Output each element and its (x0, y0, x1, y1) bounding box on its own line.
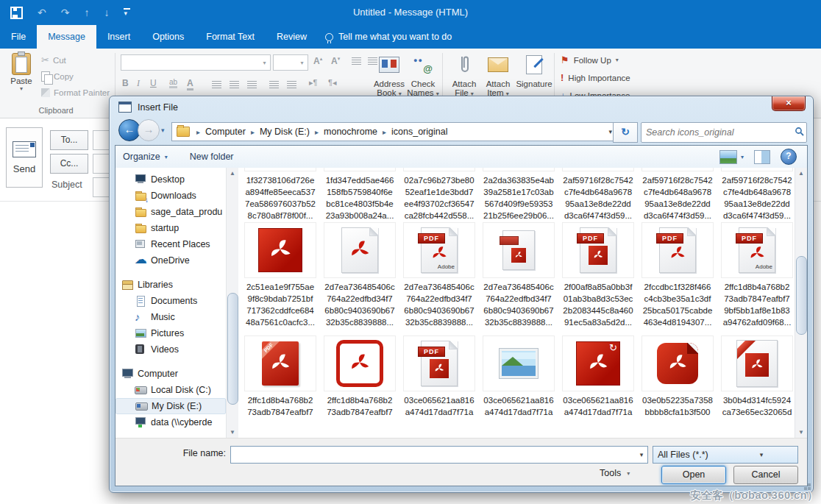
attach-file[interactable]: AttachFile ▾ (447, 52, 481, 97)
address-book[interactable]: AddressBook ▾ (372, 52, 406, 97)
file-tile[interactable]: 2af59716f28c7542c7fe4db648a967895aa13e8d… (721, 168, 793, 221)
tab-message[interactable]: Message (37, 25, 96, 49)
sidebar-item-downloads[interactable]: ↓Downloads (115, 188, 226, 204)
forward-button[interactable]: → (138, 119, 160, 141)
move-up-icon[interactable]: ↑ (84, 7, 89, 18)
attach-item[interactable]: AttachItem ▾ (481, 52, 515, 97)
cancel-button[interactable]: Cancel (733, 466, 798, 484)
italic-icon[interactable]: I (137, 78, 140, 89)
scroll-down-icon[interactable]: ▼ (227, 427, 238, 439)
to-button[interactable]: To... (50, 130, 88, 150)
increase-indent-icon[interactable] (287, 81, 296, 82)
refresh-button[interactable]: ↻ (613, 122, 638, 143)
file-tile[interactable]: PDF03ce065621aa816a474d17dad7f71a (403, 336, 475, 418)
sidebar-item-data-cyberde[interactable]: data (\\cyberde (115, 414, 226, 430)
file-name-input[interactable] (231, 447, 636, 463)
tell-me-box[interactable]: Tell me what you want to do (325, 25, 452, 49)
ltr-direction-icon[interactable]: ▸¶ (309, 78, 317, 88)
sidebar-item-music[interactable]: ♪Music (115, 309, 226, 325)
file-tile[interactable]: PDFAdobe2ffc1d8b4a768b273adb7847eafbf79b… (721, 222, 793, 328)
file-tile[interactable]: ↻03ce065621aa816a474d17dad7f71a (562, 336, 634, 418)
recent-pages-arrow-icon[interactable]: ▾ (161, 127, 165, 134)
sidebar-item-videos[interactable]: Videos (115, 341, 226, 358)
breadcrumb-item[interactable]: Computer (205, 127, 246, 137)
tools-button[interactable]: Tools▾ (600, 468, 630, 478)
file-tile[interactable]: PDF2ffc1d8b4a768b273adb7847eafbf7 (244, 336, 316, 418)
underline-icon[interactable]: U (150, 78, 157, 88)
cc-button[interactable]: Cc... (50, 154, 88, 174)
format-painter-button[interactable]: Format Painter (41, 88, 110, 97)
file-tile[interactable]: 02a7c96b273be8052eaf1e1de3bdd7ee4f93702c… (403, 168, 475, 221)
file-tile[interactable]: 1f32738106d726ea894ffe85eeca5377ea586976… (244, 168, 316, 221)
shrink-font-icon[interactable]: A▾ (331, 56, 340, 66)
new-folder-button[interactable]: New folder (182, 152, 241, 162)
open-button[interactable]: Open (661, 466, 726, 484)
file-name-dropdown-icon[interactable]: ▾ (636, 447, 647, 463)
tab-review[interactable]: Review (266, 25, 318, 49)
tab-format-text[interactable]: Format Text (195, 25, 266, 49)
file-list-scrollbar[interactable]: ▲ ▼ (795, 168, 807, 439)
file-tile[interactable]: 2c51ea1e9f755ae9f8c9bdab7251bf717362cddf… (244, 222, 316, 328)
file-type-select[interactable]: All Files (*.*) ▾ (653, 446, 798, 464)
tab-insert[interactable]: Insert (96, 25, 141, 49)
paste-dropdown-arrow[interactable]: ▾ (4, 85, 38, 92)
tab-file[interactable]: File (0, 25, 37, 49)
paste-button[interactable]: Paste ▾ (4, 52, 38, 97)
sidebar-item-recent-places[interactable]: Recent Places (115, 236, 226, 252)
sidebar-item-documents[interactable]: Documents (115, 293, 226, 309)
redo-icon[interactable]: ↷ (61, 7, 70, 18)
file-tile[interactable]: 1fd347edd5ae466158fb5759840f6ebc81ce4803… (324, 168, 396, 221)
file-tile[interactable]: PDF2f00af8a85a0bb3f01ab3ba8d3c53ec2b2083… (562, 222, 634, 328)
cut-button[interactable]: ✂ Cut (41, 54, 66, 65)
sidebar-item-local-disk-c-[interactable]: Local Disk (C:) (115, 382, 226, 398)
customize-quick-access-icon[interactable]: ▾ (124, 8, 127, 17)
check-names[interactable]: CheckNames ▾ (406, 52, 440, 97)
align-right-icon[interactable] (247, 81, 257, 82)
breadcrumb[interactable]: ▸Computer▸My Disk (E:)▸monochrome▸icons_… (171, 122, 619, 141)
search-input[interactable] (641, 127, 792, 138)
scrollbar-thumb[interactable] (227, 293, 238, 405)
sidebar-item-desktop[interactable]: Desktop (115, 171, 226, 188)
sidebar-item-onedrive[interactable]: ☁OneDrive (115, 252, 226, 269)
file-name-combo[interactable]: ▾ (230, 446, 648, 464)
bold-icon[interactable]: B (122, 78, 129, 88)
views-button[interactable]: ▾ (719, 150, 744, 164)
file-tile[interactable]: PDFAdobe2d7ea736485406c764a22edfbd34f76b… (403, 222, 475, 328)
font-size-combo[interactable]: ▾ (273, 54, 308, 71)
rtl-direction-icon[interactable]: ¶◂ (328, 78, 336, 88)
copy-button[interactable]: Copy (41, 71, 74, 82)
decrease-indent-icon[interactable] (269, 81, 279, 82)
sidebar-item-libraries[interactable]: Libraries (115, 277, 226, 293)
breadcrumb-item[interactable]: monochrome (324, 127, 377, 137)
file-tile[interactable]: 2d7ea736485406c764a22edfbd34f76b80c94036… (483, 222, 555, 328)
sidebar-item-startup[interactable]: startup (115, 220, 226, 236)
scroll-up-icon[interactable]: ▲ (227, 168, 238, 180)
send-button[interactable]: Send (6, 127, 43, 188)
undo-icon[interactable]: ↶ (38, 7, 46, 18)
file-tile[interactable]: 03ce065621aa816a474d17dad7f71a (483, 336, 555, 418)
scroll-up-icon[interactable]: ▲ (795, 168, 807, 180)
high-importance-button[interactable]: ! High Importance (561, 72, 630, 83)
sidebar-scrollbar[interactable]: ▲ ▼ (226, 168, 238, 439)
sidebar-item-my-disk-e-[interactable]: My Disk (E:) (115, 398, 226, 414)
file-tile[interactable]: PDF2fccdbc1f328f466c4cb3be35a1c3df25bca5… (641, 222, 714, 328)
sidebar-item-sage-data-produ[interactable]: sage_data_produ (115, 204, 226, 220)
grow-font-icon[interactable]: A▴ (313, 56, 322, 66)
preview-pane-button[interactable] (754, 150, 770, 164)
align-center-icon[interactable] (230, 81, 239, 82)
search-icon[interactable] (792, 126, 806, 139)
scrollbar-thumb[interactable] (796, 256, 807, 335)
file-tile[interactable]: 03e0b52235a7358bbbb8cfa1b3f500 (641, 336, 714, 418)
file-tile[interactable]: 2af59716f28c7542c7fe4db648a967895aa13e8d… (562, 168, 634, 221)
move-down-icon[interactable]: ↓ (104, 7, 109, 18)
help-button[interactable]: ? (781, 149, 797, 165)
bullets-icon[interactable] (352, 57, 361, 58)
breadcrumb-item[interactable]: My Disk (E:) (260, 127, 310, 137)
file-tile[interactable]: 2af59716f28c7542c7fe4db648a967895aa13e8d… (641, 168, 714, 221)
organize-button[interactable]: Organize▾ (115, 152, 175, 162)
close-button[interactable]: × (772, 96, 806, 111)
search-box[interactable] (641, 122, 807, 143)
follow-up-button[interactable]: ⚑ Follow Up ▾ (561, 54, 619, 65)
save-icon[interactable] (10, 7, 23, 19)
file-tile[interactable]: 2d7ea736485406c764a22edfbd34f76b80c94036… (324, 222, 396, 328)
